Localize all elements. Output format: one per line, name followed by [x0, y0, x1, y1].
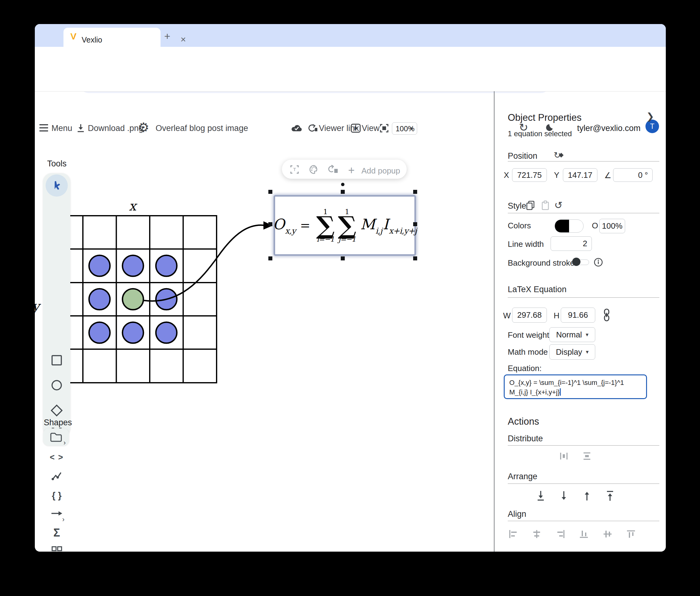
- style-palette-icon[interactable]: [309, 165, 319, 174]
- tools-palette: T < > { } › Σ: [43, 173, 70, 437]
- aspect-lock-chain-icon[interactable]: [603, 308, 610, 321]
- stroke-fill-color-swatch[interactable]: [555, 219, 583, 233]
- browser-window: V Vexlio × + ← → ↻ app.vexlio.com/d/U2H-…: [35, 24, 666, 552]
- position-y-input[interactable]: 147.17: [563, 168, 597, 182]
- ellipse-tool[interactable]: [43, 377, 70, 394]
- equation-tool[interactable]: Σ: [43, 524, 70, 542]
- arrow-tool[interactable]: ›: [43, 506, 70, 523]
- code-tool[interactable]: < >: [43, 449, 70, 466]
- selection-handle-nw[interactable]: [268, 190, 272, 194]
- copy-style-icon[interactable]: [526, 200, 535, 211]
- section-divider: [508, 161, 659, 162]
- height-label: H: [554, 312, 559, 320]
- diamond-tool[interactable]: [43, 402, 70, 419]
- selection-handle-sw[interactable]: [268, 256, 272, 260]
- background-stroke-label: Background stroke: [508, 259, 575, 267]
- style-section-label: Style: [508, 202, 526, 210]
- toggle-knob: [572, 258, 580, 266]
- section-divider: [508, 297, 659, 298]
- sigma-icon: Σ: [53, 526, 60, 539]
- section-divider: [508, 521, 659, 521]
- account-email: tyler@vexlio.com: [577, 124, 641, 132]
- selection-mini-toolbar: T + Add popup: [282, 159, 407, 179]
- align-right-icon[interactable]: [555, 529, 566, 539]
- font-weight-label: Font weight: [508, 331, 549, 339]
- x-axis-label: x: [129, 198, 138, 214]
- arrow-icon: [51, 509, 63, 520]
- bring-forward-icon[interactable]: [581, 490, 593, 502]
- font-weight-dropdown[interactable]: Normal ▾: [549, 327, 595, 342]
- braces-tool[interactable]: { }: [43, 487, 70, 504]
- align-middle-vertical-icon[interactable]: [602, 529, 613, 539]
- polyline-tool[interactable]: [43, 467, 70, 485]
- diamond-icon: [50, 404, 63, 417]
- shapes-folder-button[interactable]: ›: [43, 428, 69, 446]
- select-tool[interactable]: [46, 174, 68, 197]
- center-green-circle: [123, 289, 144, 310]
- shapes-section-label: Shapes: [44, 419, 72, 427]
- paste-style-icon[interactable]: [541, 200, 550, 211]
- shape-library-tool[interactable]: [43, 543, 70, 552]
- line-width-value: 2: [583, 239, 587, 248]
- shapes-submenu-chevron-icon: ›: [64, 440, 66, 446]
- selection-handle-n[interactable]: [341, 190, 345, 194]
- line-width-input[interactable]: 2: [551, 237, 592, 251]
- actions-section-label: Actions: [508, 417, 539, 426]
- equation-code-textarea[interactable]: O_{x,y} = \sum_{i=-1}^1 \sum_{j=-1}^1 M_…: [504, 374, 647, 399]
- send-backward-icon[interactable]: [558, 490, 569, 502]
- colors-label: Colors: [508, 222, 531, 230]
- position-section-label: Position: [508, 152, 537, 160]
- code-icon: < >: [50, 453, 64, 462]
- rotation-handle[interactable]: [341, 183, 345, 186]
- convert-link-icon[interactable]: [328, 165, 339, 174]
- opacity-input[interactable]: 100%: [599, 219, 625, 233]
- circle-icon: [51, 379, 62, 391]
- background-stroke-toggle[interactable]: [572, 259, 589, 265]
- info-icon[interactable]: [594, 258, 603, 267]
- rectangle-icon: [51, 354, 62, 366]
- math-mode-value: Display: [556, 347, 582, 357]
- selection-handle-ne[interactable]: [413, 190, 417, 194]
- selection-handle-se[interactable]: [413, 256, 417, 260]
- selection-handle-w[interactable]: [268, 222, 272, 226]
- rotation-input[interactable]: 0 °: [613, 168, 653, 182]
- position-x-label: X: [504, 171, 509, 179]
- diagram-canvas[interactable]: x y: [35, 24, 494, 552]
- align-top-icon[interactable]: [626, 529, 636, 539]
- height-input[interactable]: 91.66: [561, 307, 595, 323]
- add-popup-plus-icon[interactable]: +: [348, 164, 355, 177]
- grid-squares-icon: [51, 545, 62, 552]
- distribute-vertical-icon[interactable]: [581, 450, 593, 462]
- dropdown-caret-icon: ▾: [586, 349, 589, 355]
- equation-shape[interactable]: Ox,y = 1∑i=−1 1∑j=−1 Mi,j Ix+i,y+j: [274, 195, 416, 256]
- height-value: 91.66: [568, 310, 588, 320]
- tools-section-label: Tools: [47, 159, 67, 168]
- add-popup-button[interactable]: Add popup: [361, 167, 400, 175]
- equation-code-label: Equation:: [508, 364, 542, 372]
- math-mode-label: Math mode: [508, 348, 548, 356]
- section-divider: [508, 213, 659, 213]
- rectangle-tool[interactable]: [43, 352, 70, 369]
- section-divider: [508, 483, 659, 484]
- width-input[interactable]: 297.68: [512, 307, 547, 323]
- align-left-icon[interactable]: [508, 529, 518, 539]
- panel-divider: [494, 91, 495, 552]
- send-to-back-icon[interactable]: [535, 490, 546, 502]
- reset-style-icon[interactable]: ↺: [554, 200, 562, 210]
- align-bottom-icon[interactable]: [579, 529, 589, 539]
- position-x-value: 721.75: [517, 170, 542, 180]
- panel-collapse-chevron-icon[interactable]: ❯: [646, 112, 654, 121]
- position-x-input[interactable]: 721.75: [512, 168, 547, 182]
- selection-handle-s[interactable]: [341, 256, 345, 260]
- selection-handle-e[interactable]: [413, 222, 417, 226]
- selection-summary: 1 equation selected: [508, 130, 572, 138]
- arrow-submenu-chevron-icon: ›: [62, 516, 65, 523]
- edit-text-icon[interactable]: T: [290, 165, 299, 174]
- angle-icon: ∠: [604, 171, 611, 179]
- distribute-horizontal-icon[interactable]: [558, 450, 569, 462]
- math-mode-dropdown[interactable]: Display ▾: [549, 344, 595, 359]
- bring-to-front-icon[interactable]: [604, 490, 616, 502]
- rotation-value: 0 °: [638, 170, 648, 180]
- align-center-horizontal-icon[interactable]: [531, 529, 542, 539]
- app-profile-avatar[interactable]: T: [646, 120, 659, 133]
